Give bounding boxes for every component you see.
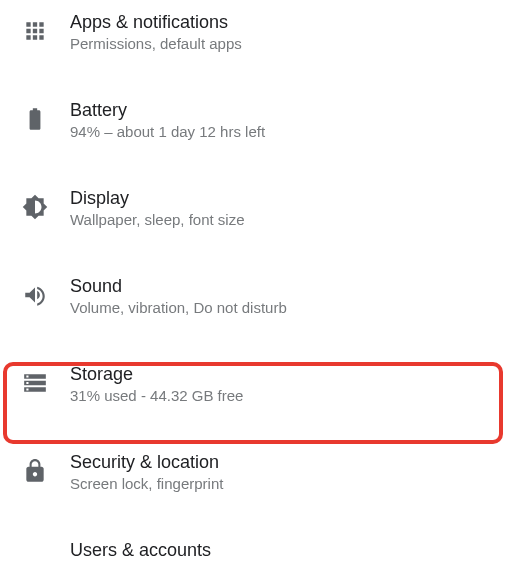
settings-item-display[interactable]: Display Wallpaper, sleep, font size xyxy=(0,176,508,246)
settings-list: Apps & notifications Permissions, defaul… xyxy=(0,0,508,574)
settings-item-title: Security & location xyxy=(70,452,498,473)
settings-item-text: Users & accounts xyxy=(70,540,498,563)
settings-item-title: Users & accounts xyxy=(70,540,498,561)
lock-icon xyxy=(10,452,70,484)
settings-item-security[interactable]: Security & location Screen lock, fingerp… xyxy=(0,440,508,510)
settings-item-title: Apps & notifications xyxy=(70,12,498,33)
sound-icon xyxy=(10,276,70,308)
settings-item-subtitle: Wallpaper, sleep, font size xyxy=(70,211,498,228)
settings-item-subtitle: Screen lock, fingerprint xyxy=(70,475,498,492)
settings-item-title: Battery xyxy=(70,100,498,121)
settings-item-text: Battery 94% – about 1 day 12 hrs left xyxy=(70,100,498,140)
settings-item-text: Apps & notifications Permissions, defaul… xyxy=(70,12,498,52)
settings-item-title: Storage xyxy=(70,364,498,385)
settings-item-battery[interactable]: Battery 94% – about 1 day 12 hrs left xyxy=(0,88,508,158)
settings-item-subtitle: 94% – about 1 day 12 hrs left xyxy=(70,123,498,140)
settings-item-text: Sound Volume, vibration, Do not disturb xyxy=(70,276,498,316)
settings-item-users[interactable]: Users & accounts xyxy=(0,528,508,574)
battery-icon xyxy=(10,100,70,132)
display-icon xyxy=(10,188,70,220)
settings-item-title: Display xyxy=(70,188,498,209)
apps-icon xyxy=(10,12,70,44)
settings-item-subtitle: Volume, vibration, Do not disturb xyxy=(70,299,498,316)
settings-item-text: Security & location Screen lock, fingerp… xyxy=(70,452,498,492)
settings-item-title: Sound xyxy=(70,276,498,297)
users-icon xyxy=(10,540,70,546)
settings-item-storage[interactable]: Storage 31% used - 44.32 GB free xyxy=(0,352,508,422)
settings-item-subtitle: Permissions, default apps xyxy=(70,35,498,52)
settings-item-subtitle: 31% used - 44.32 GB free xyxy=(70,387,498,404)
settings-item-text: Storage 31% used - 44.32 GB free xyxy=(70,364,498,404)
settings-item-sound[interactable]: Sound Volume, vibration, Do not disturb xyxy=(0,264,508,334)
settings-item-apps[interactable]: Apps & notifications Permissions, defaul… xyxy=(0,0,508,70)
storage-icon xyxy=(10,364,70,396)
settings-item-text: Display Wallpaper, sleep, font size xyxy=(70,188,498,228)
